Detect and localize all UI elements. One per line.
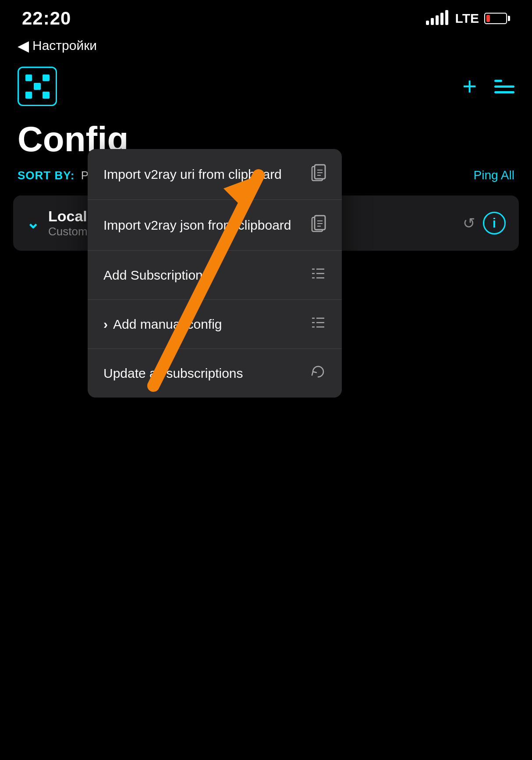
add-button[interactable]: +	[462, 74, 477, 99]
dropdown-item-import-uri-label: Import v2ray uri from clipboard	[103, 166, 282, 183]
dropdown-item-update-subscriptions[interactable]: Update all subscriptions	[88, 349, 342, 398]
dropdown-item-update-label: Update all subscriptions	[103, 365, 243, 382]
ping-all-button[interactable]: Ping All	[474, 168, 514, 182]
chevron-down-icon[interactable]: ⌄	[26, 214, 39, 232]
dropdown-item-add-manual-label: Add manual config	[113, 316, 222, 333]
dropdown-item-add-subscription[interactable]: Add Subscription	[88, 251, 342, 300]
qr-scanner-icon[interactable]	[18, 67, 57, 106]
status-time: 22:20	[22, 8, 71, 29]
signal-icon	[426, 12, 448, 25]
lte-label: LTE	[455, 11, 479, 26]
nav-bar: ◀ Настройки	[0, 33, 532, 58]
svg-rect-1	[315, 165, 325, 179]
refresh-icon-2	[310, 364, 326, 383]
clipboard-icon	[311, 164, 326, 185]
dropdown-item-import-json[interactable]: Import v2ray json from clipboard	[88, 200, 342, 251]
back-arrow-icon: ◀	[18, 37, 29, 54]
clipboard-icon-2	[311, 215, 326, 235]
header-actions: +	[462, 74, 514, 99]
sort-by-label: SORT BY:	[18, 169, 74, 182]
back-button[interactable]: ◀ Настройки	[18, 37, 97, 54]
menu-line-icon	[494, 80, 502, 82]
menu-button[interactable]	[494, 80, 514, 93]
refresh-icon[interactable]: ↺	[463, 214, 475, 232]
dropdown-menu: Import v2ray uri from clipboard Import v…	[88, 149, 342, 398]
menu-line-icon	[494, 91, 514, 93]
info-button[interactable]: i	[483, 212, 506, 234]
status-right: LTE	[426, 11, 510, 26]
battery-icon	[484, 13, 510, 24]
status-bar: 22:20 LTE	[0, 0, 532, 33]
menu-line-icon	[494, 85, 514, 88]
dropdown-item-import-uri[interactable]: Import v2ray uri from clipboard	[88, 149, 342, 200]
list-icon	[310, 266, 326, 284]
dropdown-item-add-manual[interactable]: › Add manual config	[88, 300, 342, 349]
dropdown-item-import-json-label: Import v2ray json from clipboard	[103, 217, 291, 234]
svg-rect-7	[315, 216, 325, 230]
header: +	[0, 58, 532, 115]
list-icon-2	[310, 315, 326, 334]
dropdown-item-add-subscription-label: Add Subscription	[103, 266, 203, 284]
back-label: Настройки	[32, 38, 97, 53]
chevron-right-icon: ›	[103, 317, 108, 332]
